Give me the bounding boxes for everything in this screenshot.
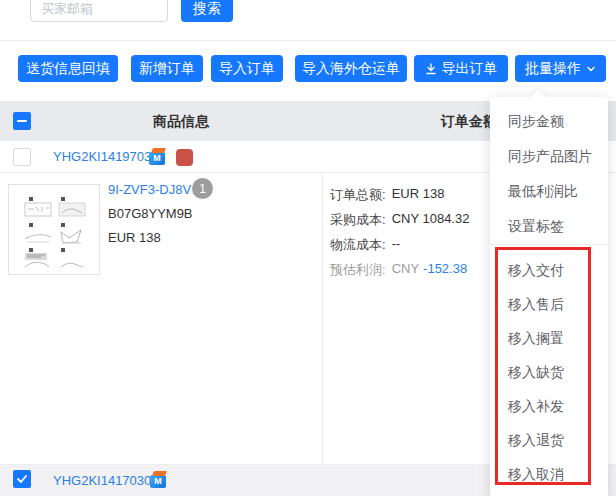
order-row-checkbox[interactable] [13,148,31,166]
select-all-checkbox[interactable] [13,112,31,130]
button-label: 导入海外仓运单 [302,60,400,78]
menu-item-sync-amount[interactable]: 同步金额 [490,104,608,138]
order-row-checkbox-checked[interactable] [13,470,31,488]
marketplace-letter: M [149,152,165,165]
menu-divider [490,244,608,245]
marketplace-letter: M [150,475,166,488]
menu-item-move-to-outofstock[interactable]: 移入缺货 [490,355,608,389]
menu-item-move-to-reship[interactable]: 移入补发 [490,389,608,423]
indeterminate-minus-icon [17,120,27,122]
order-total-row: 订单总额: EUR 138 [330,186,444,202]
button-label: 新增订单 [139,60,195,78]
product-asin: B07G8YYM9B [108,206,193,221]
search-button-label: 搜索 [193,0,221,18]
amount-value: -- [392,236,401,252]
red-tag-icon [176,149,193,166]
download-icon [425,63,437,75]
menu-item-sync-product-image[interactable]: 同步产品图片 [490,139,608,173]
amount-value: CNY 1084.32 [392,211,470,227]
top-divider [0,40,616,41]
amount-label: 订单总额: [330,186,386,202]
amount-label: 物流成本: [330,236,386,252]
product-sku-link[interactable]: 9I-ZVF3-DJ8V [108,182,191,197]
search-button[interactable]: 搜索 [181,0,233,22]
check-icon [16,473,28,485]
box-lid [151,148,166,153]
order-number-link[interactable]: YHG2KI1417030 [53,465,151,496]
purchase-cost-row: 采购成本: CNY 1084.32 [330,211,469,227]
quantity-badge: 1 [192,178,213,199]
button-label: 批量操作 [525,60,581,78]
column-divider [322,173,323,464]
button-label: 送货信息回填 [26,60,110,78]
import-overseas-warehouse-waybill-button[interactable]: 导入海外仓运单 [295,55,407,82]
batch-operations-dropdown: 同步金额 同步产品图片 最低利润比 设置标签 移入交付 移入售后 移入搁置 移入… [490,97,608,496]
menu-item-move-to-cancel[interactable]: 移入取消 [490,457,608,491]
import-orders-button[interactable]: 导入订单 [211,55,283,82]
box-lid [152,471,167,476]
estimated-profit-row: 预估利润: CNY -152.38 [330,261,467,277]
menu-item-move-to-aftersales[interactable]: 移入售后 [490,287,608,321]
order-number-link[interactable]: YHG2KI1419703 [53,141,151,173]
product-thumbnail[interactable] [8,184,100,275]
ship-info-backfill-button[interactable]: 送货信息回填 [18,55,118,82]
profit-currency: CNY [392,261,419,277]
batch-operations-button[interactable]: 批量操作 [515,55,606,82]
chevron-down-icon [586,64,596,74]
menu-item-min-profit-ratio[interactable]: 最低利润比 [490,174,608,208]
logistics-cost-row: 物流成本: -- [330,236,400,252]
instruction-sheet-image [9,185,99,274]
column-header-product-info: 商品信息 [40,101,322,141]
menu-item-move-to-return[interactable]: 移入退货 [490,423,608,457]
export-orders-button[interactable]: 导出订单 [414,55,508,82]
marketplace-box-icon: M [149,148,166,166]
order-management-page: 搜索 送货信息回填 新增订单 导入订单 导入海外仓运单 导出订单 批量操作 商品… [0,0,616,496]
profit-label: 预估利润: [330,261,386,277]
buyer-email-input[interactable] [30,0,168,22]
marketplace-box-icon: M [150,471,167,489]
amount-label: 采购成本: [330,211,386,227]
amount-value: EUR 138 [392,186,445,202]
menu-item-move-to-delivery[interactable]: 移入交付 [490,253,608,287]
new-order-button[interactable]: 新增订单 [131,55,203,82]
profit-value: -152.38 [423,261,467,277]
button-label: 导入订单 [219,60,275,78]
menu-item-move-to-hold[interactable]: 移入搁置 [490,321,608,355]
product-price: EUR 138 [108,230,161,245]
menu-item-set-label[interactable]: 设置标签 [490,209,608,243]
button-label: 导出订单 [442,60,498,78]
